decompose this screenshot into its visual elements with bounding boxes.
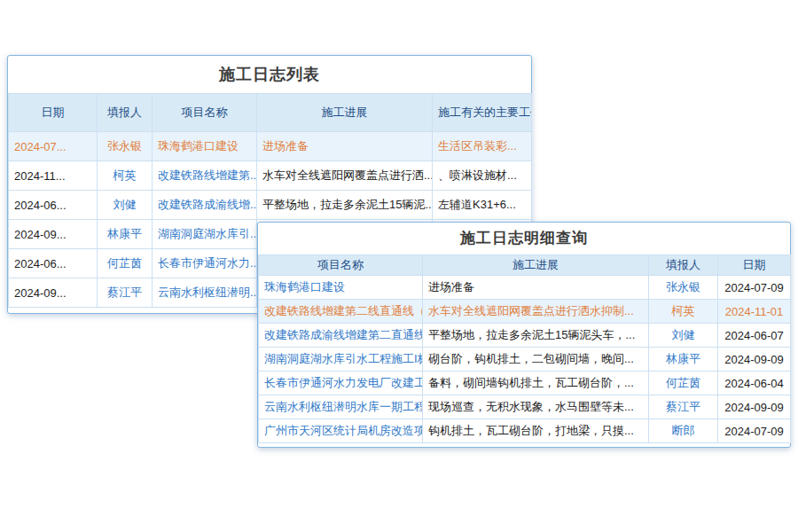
- table-row[interactable]: 云南水利枢纽潜明水库一期工程施工I标现场巡查，无积水现象，水马围壁等未...蔡江…: [259, 395, 791, 419]
- reporter-cell[interactable]: 林康平: [649, 348, 718, 372]
- reporter-cell[interactable]: 柯英: [649, 300, 718, 324]
- project-cell[interactable]: 长春市伊通河水力...: [153, 249, 257, 278]
- detail-body: 珠海鹤港口建设进场准备张永银2024-07-09改建铁路线增建第二线直通线（成都…: [259, 276, 791, 443]
- reporter-cell[interactable]: 林康平: [98, 220, 153, 249]
- detail-header-row: 项目名称 施工进展 填报人 日期: [259, 255, 791, 276]
- progress-cell: 备料，砌间墙钩机排土，瓦工砌台阶，...: [423, 372, 649, 395]
- project-cell[interactable]: 湖南洞庭湖水库引...: [153, 220, 257, 249]
- date-cell: 2024-09...: [9, 220, 98, 249]
- progress-cell: 钩机排土，瓦工砌台阶，打地梁，只摸...: [423, 419, 649, 443]
- detail-col-date: 日期: [718, 255, 791, 276]
- date-cell: 2024-07-09: [718, 419, 791, 443]
- detail-title: 施工日志明细查询: [258, 223, 790, 254]
- table-row[interactable]: 改建铁路成渝线增建第二直通线（成渝平整场地，拉走多余泥土15辆泥头车，...刘健…: [259, 324, 791, 348]
- date-cell: 2024-09-09: [718, 395, 791, 419]
- reporter-cell[interactable]: 何芷茵: [649, 372, 718, 395]
- detail-col-progress: 施工进展: [423, 255, 649, 276]
- date-cell: 2024-06...: [9, 249, 98, 278]
- date-cell: 2024-09-09: [718, 348, 791, 372]
- date-cell: 2024-06-04: [718, 372, 791, 395]
- progress-cell: 水车对全线遮阳网覆盖点进行洒...: [257, 161, 433, 191]
- reporter-cell[interactable]: 张永银: [649, 276, 718, 300]
- project-cell[interactable]: 改建铁路线增建第二线直通线（成都-西: [259, 300, 423, 324]
- project-cell[interactable]: 改建铁路成渝线增...: [153, 191, 257, 220]
- date-cell: 2024-11-01: [718, 300, 791, 324]
- project-cell[interactable]: 改建铁路成渝线增建第二直通线（成渝: [259, 324, 423, 348]
- project-cell[interactable]: 长春市伊通河水力发电厂改建工程: [259, 372, 423, 395]
- table-row[interactable]: 2024-11...柯英改建铁路线增建第...水车对全线遮阳网覆盖点进行洒...…: [9, 161, 532, 191]
- progress-cell: 砌台阶，钩机排土，二包砌间墙，晚间...: [423, 348, 649, 372]
- log-list-col-main-work: 施工有关的主要工作: [433, 94, 532, 132]
- reporter-cell[interactable]: 张永银: [98, 132, 153, 161]
- log-list-col-progress: 施工进展: [257, 94, 433, 132]
- project-cell[interactable]: 广州市天河区统计局机房改造项目: [259, 419, 423, 443]
- project-cell[interactable]: 云南水利枢纽潜明水库一期工程施工I标: [259, 395, 423, 419]
- reporter-cell[interactable]: 断郎: [649, 419, 718, 443]
- table-row[interactable]: 2024-06...刘健改建铁路成渝线增...平整场地，拉走多余泥土15辆泥..…: [9, 191, 532, 220]
- reporter-cell[interactable]: 蔡江平: [649, 395, 718, 419]
- project-cell[interactable]: 湖南洞庭湖水库引水工程施工I标: [259, 348, 423, 372]
- reporter-cell[interactable]: 何芷茵: [98, 249, 153, 278]
- table-row[interactable]: 湖南洞庭湖水库引水工程施工I标砌台阶，钩机排土，二包砌间墙，晚间...林康平20…: [259, 348, 791, 372]
- construction-log-detail-panel: 施工日志明细查询 项目名称 施工进展 填报人 日期 珠海鹤港口建设进场准备张永银…: [257, 222, 791, 448]
- table-row[interactable]: 广州市天河区统计局机房改造项目钩机排土，瓦工砌台阶，打地梁，只摸...断郎202…: [259, 419, 791, 443]
- date-cell: 2024-07-09: [718, 276, 791, 300]
- progress-cell: 平整场地，拉走多余泥土15辆泥头车，...: [423, 324, 649, 348]
- reporter-cell[interactable]: 柯英: [98, 161, 153, 191]
- reporter-cell[interactable]: 蔡江平: [98, 278, 153, 308]
- progress-cell: 进场准备: [257, 132, 433, 161]
- reporter-cell[interactable]: 刘健: [98, 191, 153, 220]
- table-row[interactable]: 长春市伊通河水力发电厂改建工程备料，砌间墙钩机排土，瓦工砌台阶，...何芷茵20…: [259, 372, 791, 395]
- project-cell[interactable]: 珠海鹤港口建设: [259, 276, 423, 300]
- date-cell: 2024-06-07: [718, 324, 791, 348]
- date-cell: 2024-09...: [9, 278, 98, 308]
- project-cell[interactable]: 改建铁路线增建第...: [153, 161, 257, 191]
- log-list-header-row: 日期 填报人 项目名称 施工进展 施工有关的主要工作: [9, 94, 532, 132]
- progress-cell: 进场准备: [423, 276, 649, 300]
- reporter-cell[interactable]: 刘健: [649, 324, 718, 348]
- log-list-title: 施工日志列表: [8, 56, 531, 93]
- progress-cell: 平整场地，拉走多余泥土15辆泥...: [257, 191, 433, 220]
- project-cell[interactable]: 珠海鹤港口建设: [153, 132, 257, 161]
- main-work-cell: 、喷淋设施材...: [433, 161, 532, 191]
- date-cell: 2024-11...: [9, 161, 98, 191]
- main-work-cell: 左辅道K31+6...: [433, 191, 532, 220]
- progress-cell: 水车对全线遮阳网覆盖点进行洒水抑制...: [423, 300, 649, 324]
- detail-col-reporter: 填报人: [649, 255, 718, 276]
- date-cell: 2024-07...: [9, 132, 98, 161]
- detail-col-project: 项目名称: [259, 255, 423, 276]
- project-cell[interactable]: 云南水利枢纽潜明...: [153, 278, 257, 308]
- main-work-cell: 生活区吊装彩...: [433, 132, 532, 161]
- log-list-col-reporter: 填报人: [98, 94, 153, 132]
- table-row[interactable]: 改建铁路线增建第二线直通线（成都-西水车对全线遮阳网覆盖点进行洒水抑制...柯英…: [259, 300, 791, 324]
- log-list-col-date: 日期: [9, 94, 98, 132]
- date-cell: 2024-06...: [9, 191, 98, 220]
- log-list-col-project: 项目名称: [153, 94, 257, 132]
- progress-cell: 现场巡查，无积水现象，水马围壁等未...: [423, 395, 649, 419]
- table-row[interactable]: 2024-07...张永银珠海鹤港口建设进场准备生活区吊装彩...: [9, 132, 532, 161]
- detail-table: 项目名称 施工进展 填报人 日期 珠海鹤港口建设进场准备张永银2024-07-0…: [258, 254, 791, 443]
- table-row[interactable]: 珠海鹤港口建设进场准备张永银2024-07-09: [259, 276, 791, 300]
